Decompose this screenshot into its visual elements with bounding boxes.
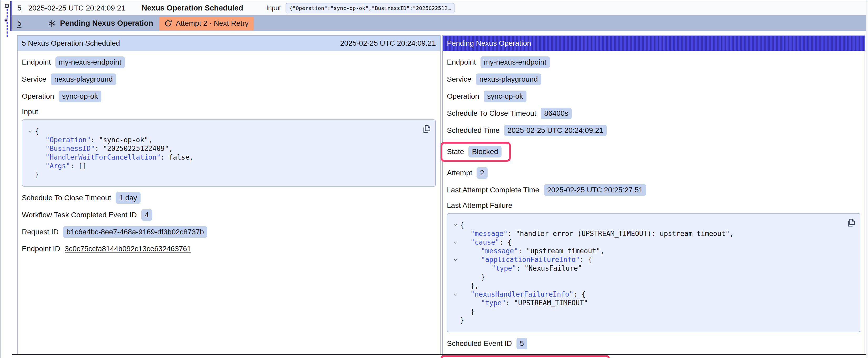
code-gutter [451,299,460,301]
field-label: Service [447,75,471,84]
asterisk-icon [48,19,56,28]
chevron-down-icon[interactable] [453,292,458,297]
json-line: "BusinessID": "20250225122409", [26,144,430,153]
field-row: Servicenexus-playground [447,73,860,85]
input-section-label: Input [22,108,436,116]
field-value-badge: nexus-playground [51,73,116,85]
field-label: Service [22,75,46,84]
field-value-badge: 2025-02-25 UTC 20:24:09.21 [504,125,607,136]
code-gutter [451,281,460,284]
chevron-down-icon[interactable] [453,258,458,262]
field-label: Schedule To Close Timeout [447,109,536,118]
field-label: Endpoint [22,58,51,66]
field-row: Schedule To Close Timeout86400s [447,108,860,119]
chevron-down-icon[interactable] [453,240,458,245]
code-gutter [451,290,460,297]
json-line: } [451,273,855,281]
code-gutter [451,238,460,245]
field-row: Last Attempt Complete Time2025-02-25 UTC… [447,184,860,196]
field-label: Last Attempt Complete Time [447,186,539,194]
field-row: Endpointmy-nexus-endpoint [22,57,436,68]
panel-timestamp: 2025-02-25 UTC 20:24:09.21 [340,39,436,47]
json-line: "message": "upstream timeout", [451,247,855,255]
field-value-link[interactable]: 3c0c75ccfa8144b092c13ce632463761 [65,245,191,253]
code-gutter [451,273,460,275]
page-right-edge [866,0,868,358]
code-gutter [26,162,35,164]
code-gutter [26,170,35,172]
event-row-scheduled[interactable]: 5 2025-02-25 UTC 20:24:09.21 Nexus Opera… [12,1,866,15]
retry-badge-label: Attempt 2 · Next Retry [176,19,249,28]
field-value-badge: sync-op-ok [59,91,101,102]
input-preview-badge[interactable]: {"Operation":"sync-op-ok","BusinessID":"… [285,3,454,13]
field-value-badge: nexus-playground [476,73,541,85]
field-row: Scheduled Event ID5 [447,338,860,349]
code-gutter [26,153,35,155]
json-line: { [451,221,855,229]
json-line: "applicationFailureInfo": { [451,255,855,264]
timeline-connector [6,9,8,37]
copy-icon [846,218,856,227]
field-value-badge: b1c6a4bc-8ee7-468a-9169-df3b02c8737b [63,226,207,238]
field-row: Attempt2 [447,167,860,179]
copy-button[interactable] [846,218,856,227]
chevron-down-icon[interactable] [28,129,33,134]
json-line: "type": "UPSTREAM_TIMEOUT" [451,299,855,307]
json-line: "message": "handler error (UPSTREAM_TIME… [451,229,855,238]
copy-icon [422,124,431,134]
event-detail-panel-scheduled: 5 Nexus Operation Scheduled 2025-02-25 U… [17,35,440,354]
event-detail-panel-pending: Pending Nexus Operation Endpointmy-nexus… [442,35,865,354]
field-value-badge: 1 day [116,192,141,204]
retry-badge: Attempt 2 · Next Retry [159,17,254,30]
event-id-link[interactable]: 5 [17,19,22,28]
field-label: Workflow Task Completed Event ID [22,211,137,219]
field-value-badge: 86400s [541,108,572,119]
highlight-ring: Blocked ReasonThe circuit breaker is ope… [440,355,610,358]
code-gutter [26,144,35,147]
field-row: Workflow Task Completed Event ID4 [22,209,436,221]
json-line: "nexusHandlerFailureInfo": { [451,290,855,299]
copy-button[interactable] [422,124,431,134]
code-gutter [451,229,460,231]
event-history-view: 5 2025-02-25 UTC 20:24:09.21 Nexus Opera… [0,0,868,358]
input-json-viewer: {"Operation": "sync-op-ok","BusinessID":… [22,120,436,187]
panel-header-pending: Pending Nexus Operation [443,36,865,51]
json-line: }, [451,281,855,290]
json-line: "Args": [] [26,162,430,170]
json-line: } [451,307,855,316]
field-value-badge: 5 [517,338,528,349]
field-label: State [447,148,464,156]
field-row: StateBlocked [447,142,860,162]
field-label: Scheduled Time [447,126,500,135]
field-value-badge: my-nexus-endpoint [480,57,550,68]
panel-title: 5 Nexus Operation Scheduled [22,39,340,47]
field-value-badge: my-nexus-endpoint [56,57,125,68]
field-label: Operation [22,92,54,100]
field-label: Scheduled Event ID [447,339,512,348]
code-gutter [451,316,460,318]
code-gutter [451,247,460,249]
code-gutter [451,264,460,266]
field-label: Schedule To Close Timeout [22,194,111,202]
field-row: Endpointmy-nexus-endpoint [447,57,860,68]
event-title: Nexus Operation Scheduled [142,4,243,12]
field-row: Schedule To Close Timeout1 day [22,192,436,204]
field-row: Request IDb1c6a4bc-8ee7-468a-9169-df3b02… [22,226,436,238]
event-id-link[interactable]: 5 [17,4,22,12]
failure-json-viewer: {"message": "handler error (UPSTREAM_TIM… [447,213,860,332]
timeline-current-marker-icon [4,19,8,22]
event-row-pending[interactable]: 5 Pending Nexus Operation Attempt 2 · Ne… [12,15,866,31]
code-gutter [26,136,35,138]
field-label: Endpoint ID [22,245,60,253]
panel-title: Pending Nexus Operation [447,39,860,47]
field-row: Operationsync-op-ok [447,91,860,102]
json-line: "cause": { [451,238,855,247]
field-label: Request ID [22,228,59,236]
json-line: } [26,170,430,179]
code-gutter [451,221,460,227]
chevron-down-icon[interactable] [453,223,458,227]
panel-header-scheduled: 5 Nexus Operation Scheduled 2025-02-25 U… [18,36,440,51]
field-label: Attempt [447,169,472,177]
active-event-accent-bar [10,1,11,31]
retry-arrow-icon [164,20,172,27]
